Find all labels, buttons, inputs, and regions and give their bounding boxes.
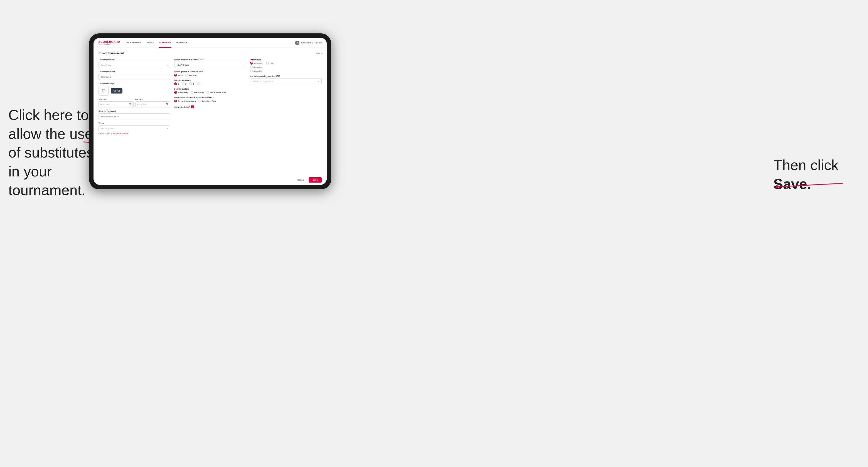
upload-button[interactable]: Upload [111, 88, 122, 94]
tournament-logo-label: Tournament logo [98, 83, 170, 85]
tournament-name-label: Tournament name [98, 71, 170, 73]
format-type-label: Format type [250, 59, 322, 61]
event-teams-label: Teams (+Individuals) [178, 100, 196, 102]
sponsor-input[interactable] [98, 113, 170, 119]
rounds-3-label: 3 [193, 83, 194, 85]
format-other-option[interactable]: Other [266, 62, 275, 65]
nav-rankings[interactable]: RANKINGS [176, 38, 187, 48]
cancel-button[interactable]: Cancel [295, 178, 306, 182]
nav-committee[interactable]: COMMITTEE [159, 38, 172, 48]
event-type-label: Is this event for Teams and/or Individua… [174, 97, 246, 98]
scoring-stroke-option[interactable]: Stroke Play [174, 91, 188, 94]
event-teams-option[interactable]: Teams (+Individuals) [174, 100, 196, 102]
event-individuals-option[interactable]: Individuals Only [198, 100, 216, 102]
division-select[interactable]: NCAA Division I ▾ [174, 62, 246, 68]
gender-label: Which gender is the event for? [174, 71, 246, 73]
calendar-icon-end: 📅 [166, 103, 168, 105]
venue-note: Can't find your venue? email support [98, 132, 170, 134]
scoring-match-label: Match Play [194, 92, 204, 94]
gender-mens-label: Mens [178, 74, 183, 76]
scoring-api-label: Use third-party live scoring API? [250, 75, 322, 77]
rounds-radio-group: 1 2 3 4 [174, 82, 246, 85]
date-row: Start date Pick a date 📅 End date Pick a… [98, 98, 170, 107]
radio-medal-icon [207, 91, 209, 94]
venue-placeholder: Search golf club [101, 127, 115, 129]
tournament-name-field[interactable] [101, 76, 168, 78]
scoring-system-group: Scoring system Stroke Play Match Play [174, 88, 246, 94]
form-col1: Tournament Host Search team ▾ Tournament… [98, 59, 170, 137]
chevron-down-icon: ▾ [167, 64, 168, 66]
nav-tournaments[interactable]: TOURNAMENTS [125, 38, 142, 48]
app-logo: SCOREBOARD Powered by clippd [98, 41, 120, 45]
rounds-1-label: 1 [178, 83, 179, 85]
rounds-group: Number of rounds 1 2 [174, 79, 246, 85]
venue-input[interactable]: Search golf club ▾ [98, 125, 170, 131]
tournament-logo-group: Tournament logo 🖼 Upload [98, 83, 170, 96]
scoring-medal-option[interactable]: Medal Match Play [207, 91, 226, 94]
rounds-3-option[interactable]: 3 [189, 82, 194, 85]
sign-out-link[interactable]: Sign out [314, 42, 322, 44]
sponsor-label: Sponsor (optional) [98, 110, 170, 112]
format-6count5-option[interactable]: 6 count 5 [250, 69, 322, 72]
annotation-left-text: Click here to allow the use of substitut… [8, 106, 103, 200]
radio-teams-icon [174, 100, 177, 102]
sponsor-field[interactable] [101, 116, 168, 118]
chevron-down-division-icon: ▾ [243, 64, 244, 66]
calendar-icon: 📅 [129, 103, 132, 105]
format-row-1: 5 count 4 Other [250, 62, 322, 65]
page-header: Create Tournament < Back [98, 52, 322, 55]
substitutes-checkbox[interactable]: ✓ [191, 105, 194, 108]
radio-individuals-icon [198, 100, 201, 102]
gender-radio-group: Mens Womens [174, 74, 246, 76]
start-date-input[interactable]: Pick a date 📅 [98, 101, 133, 107]
radio-3-icon [189, 82, 192, 85]
user-avatar: B [295, 41, 300, 45]
nav-separator: | [312, 42, 313, 44]
annotation-right-text: Then click Save. [773, 156, 851, 193]
logo-brand: clippd [106, 43, 111, 45]
tournament-host-group: Tournament Host Search team ▾ [98, 59, 170, 68]
radio-1-icon [174, 82, 177, 85]
gender-group: Which gender is the event for? Mens Wome… [174, 71, 246, 76]
end-date-placeholder: Pick a date [137, 103, 146, 105]
end-date-input[interactable]: Pick a date 📅 [135, 101, 170, 107]
gender-womens-label: Womens [189, 74, 197, 76]
nav-user-area: B blair admin | Sign out [295, 41, 322, 45]
substitutes-group: Allow substitutes? ✓ [174, 105, 246, 108]
radio-other-icon [266, 62, 269, 65]
tournament-host-input[interactable]: Search team ▾ [98, 62, 170, 68]
gender-mens-option[interactable]: Mens [174, 74, 183, 76]
radio-6count5-icon [250, 69, 253, 72]
device-screen: SCOREBOARD Powered by clippd TOURNAMENTS… [94, 38, 327, 185]
format-5count4-option[interactable]: 5 count 4 [250, 62, 261, 65]
format-6count5-label: 6 count 5 [253, 70, 261, 72]
radio-4-icon [197, 82, 199, 85]
tournament-name-group: Tournament name [98, 71, 170, 80]
tournament-host-placeholder: Search team [101, 64, 112, 66]
nav-teams[interactable]: TEAMS [146, 38, 154, 48]
logo-board: BOARD [109, 40, 120, 43]
form-col3: Format type 5 count 4 Other [250, 59, 322, 137]
end-date-label: End date [135, 98, 170, 100]
division-label: Which division is the event for? [174, 59, 246, 61]
scoring-radio-group: Stroke Play Match Play Medal Match Play [174, 91, 246, 94]
rounds-1-option[interactable]: 1 [174, 82, 179, 85]
event-type-group: Is this event for Teams and/or Individua… [174, 97, 246, 102]
save-button[interactable]: Save [309, 177, 322, 183]
tournament-name-input[interactable] [98, 74, 170, 80]
substitutes-label: Allow substitutes? [174, 106, 190, 108]
rounds-2-option[interactable]: 2 [182, 82, 186, 85]
back-button[interactable]: < Back [316, 52, 322, 54]
rounds-4-option[interactable]: 4 [197, 82, 202, 85]
event-individuals-label: Individuals Only [202, 100, 216, 102]
radio-match-icon [191, 91, 193, 94]
page-title: Create Tournament [98, 52, 124, 55]
scoring-match-option[interactable]: Match Play [191, 91, 204, 94]
gender-womens-option[interactable]: Womens [185, 74, 197, 76]
radio-womens-icon [185, 74, 188, 76]
format-type-group: Format type 5 count 4 Other [250, 59, 322, 72]
venue-email-link[interactable]: email support [117, 132, 128, 134]
scoring-api-select[interactable]: Select a scoring service ▾ [250, 78, 322, 84]
nav-bar: SCOREBOARD Powered by clippd TOURNAMENTS… [94, 38, 327, 48]
format-6count4-option[interactable]: 6 count 4 [250, 66, 322, 68]
